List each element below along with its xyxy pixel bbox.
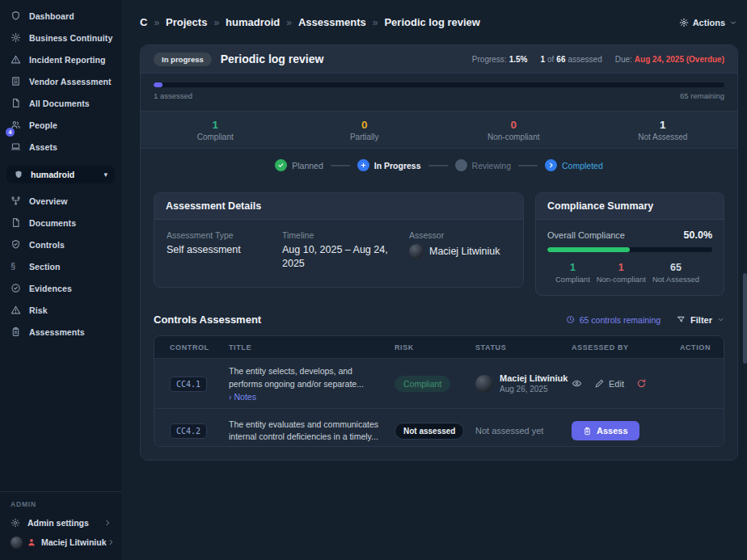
- sidebar-item-label: Assessments: [29, 327, 85, 337]
- sidebar-item-incident-reporting[interactable]: Incident Reporting: [0, 48, 121, 70]
- building-icon: [11, 76, 21, 86]
- sidebar-item-user-menu[interactable]: Maciej Litwiniuk: [0, 533, 121, 552]
- check-icon: [275, 159, 287, 171]
- org-selector[interactable]: humadroid ▾: [6, 166, 115, 183]
- chevron-right-icon: [107, 538, 115, 546]
- sidebar-item-label: Risk: [29, 305, 48, 315]
- clock-icon: [566, 315, 575, 324]
- sidebar-item-label: Incident Reporting: [29, 55, 106, 65]
- chevron-right-icon: [103, 519, 112, 527]
- cards-row: Assessment Details Assessment Type Self …: [141, 181, 737, 296]
- step-connector: [428, 165, 448, 166]
- avatar: [11, 537, 23, 549]
- sidebar-item-controls[interactable]: Controls: [0, 234, 121, 255]
- sidebar: Dashboard Business Continuity Incident R…: [0, 0, 121, 560]
- controls-remaining-link[interactable]: 65 controls remaining: [566, 315, 660, 325]
- breadcrumb-home[interactable]: C: [140, 16, 147, 28]
- view-button[interactable]: [572, 378, 582, 389]
- sidebar-item-assessments[interactable]: Assessments: [0, 321, 121, 343]
- sidebar-item-section[interactable]: § Section: [0, 255, 121, 277]
- gear-icon: [11, 518, 20, 528]
- assessor-name: Maciej Litwiniuk: [429, 245, 500, 259]
- breadcrumb-separator: »: [213, 17, 219, 28]
- chevron-right-icon: ›: [229, 392, 232, 402]
- breadcrumb-projects[interactable]: Projects: [166, 16, 207, 28]
- sidebar-item-assets[interactable]: Assets: [0, 136, 121, 158]
- edit-button[interactable]: Edit: [594, 378, 624, 389]
- step-in-progress: In Progress: [357, 159, 421, 171]
- col-header-risk: RISK: [395, 343, 475, 352]
- document-icon: [11, 217, 21, 228]
- sitemap-icon: [11, 196, 21, 206]
- sidebar-item-label: Dashboard: [29, 11, 74, 21]
- people-icon: 4: [11, 120, 21, 130]
- control-title: The entity evaluates and communicates in…: [229, 419, 395, 443]
- table-row: CC4.1 The entity selects, develops, and …: [154, 358, 724, 408]
- overall-compliance-label: Overall Compliance: [547, 230, 625, 240]
- shield-icon: [11, 11, 21, 21]
- stats-row: 1 Compliant 0 Partially 0 Non-compliant …: [141, 111, 737, 149]
- sidebar-item-business-continuity[interactable]: Business Continuity: [0, 27, 121, 48]
- actions-button[interactable]: Actions: [679, 18, 737, 27]
- section-icon: §: [11, 261, 21, 272]
- sidebar-item-overview[interactable]: Overview: [0, 190, 121, 212]
- field-assessment-type: Assessment Type Self assessment: [167, 230, 282, 271]
- breadcrumb-separator: »: [286, 17, 292, 28]
- clipboard-icon: [583, 427, 592, 436]
- table-header-row: CONTROL TITLE RISK STATUS ASSESSED BY AC…: [154, 336, 724, 358]
- progress-section: 1 assessed 65 remaining: [141, 74, 737, 106]
- field-assessor: Assessor Maciej Litwiniuk: [409, 230, 511, 271]
- sidebar-item-documents[interactable]: Documents: [0, 212, 121, 234]
- actions-button-label: Actions: [693, 18, 725, 27]
- admin-section-label: ADMIN: [0, 499, 121, 513]
- chevron-down-icon: [729, 19, 737, 27]
- due-date-overdue: Aug 24, 2025 (Overdue): [635, 55, 724, 64]
- sidebar-item-label: Overview: [29, 196, 68, 206]
- breadcrumb-humadroid[interactable]: humadroid: [226, 16, 280, 28]
- gear-icon: [679, 18, 689, 27]
- shield-icon: [14, 170, 23, 179]
- sidebar-item-risk[interactable]: Risk: [0, 299, 121, 321]
- breadcrumb-assessments[interactable]: Assessments: [298, 16, 366, 28]
- assess-button[interactable]: Assess: [572, 421, 639, 440]
- page-title: Periodic log review: [221, 53, 324, 65]
- stat-partially: 0 Partially: [290, 119, 440, 141]
- due-meta: Due: Aug 24, 2025 (Overdue): [615, 55, 724, 64]
- avatar: [409, 244, 424, 259]
- table-row: CC4.2 The entity evaluates and communica…: [154, 408, 724, 447]
- step-reviewing: Reviewing: [455, 159, 511, 171]
- pencil-icon: [594, 378, 605, 389]
- shield-check-icon: [11, 239, 21, 250]
- col-header-action: ACTION: [669, 343, 724, 352]
- sidebar-item-label: Assets: [29, 142, 57, 152]
- sidebar-item-vendor-assessment[interactable]: Vendor Assessment: [0, 70, 121, 92]
- refresh-icon: [636, 378, 647, 389]
- card-title: Assessment Details: [166, 200, 261, 212]
- control-id-badge[interactable]: CC4.1: [170, 377, 207, 392]
- summary-stat-non-compliant: 1 Non-compliant: [597, 262, 646, 284]
- summary-stat-compliant: 1 Compliant: [555, 262, 590, 284]
- control-id-badge[interactable]: CC4.2: [170, 423, 207, 439]
- reassess-button[interactable]: [636, 378, 647, 389]
- sidebar-item-dashboard[interactable]: Dashboard: [0, 5, 121, 27]
- card-header: Assessment Details: [154, 193, 523, 220]
- sidebar-item-all-documents[interactable]: All Documents: [0, 92, 121, 114]
- circle-icon: [455, 159, 467, 171]
- risk-badge-compliant: Compliant: [395, 376, 450, 392]
- scrollbar-thumb[interactable]: [743, 273, 747, 364]
- sidebar-item-admin-settings[interactable]: Admin settings: [0, 513, 121, 533]
- filter-button[interactable]: Filter: [677, 315, 724, 325]
- control-title: The entity selects, develops, and perfor…: [229, 365, 395, 389]
- col-header-assessed-by: ASSESSED BY: [572, 343, 669, 352]
- sidebar-item-label: People: [29, 120, 57, 130]
- step-connector: [518, 165, 538, 166]
- controls-assessment-title: Controls Assessment: [154, 314, 261, 326]
- people-count-badge: 4: [6, 128, 15, 137]
- sidebar-item-people[interactable]: 4 People: [0, 114, 121, 136]
- avatar: [475, 375, 493, 393]
- notes-link[interactable]: › Notes: [229, 392, 395, 402]
- compliance-summary-card: Compliance Summary Overall Compliance 50…: [535, 192, 724, 296]
- card-header: Compliance Summary: [536, 193, 724, 220]
- sidebar-item-evidences[interactable]: Evidences: [0, 277, 121, 299]
- assessment-details-card: Assessment Details Assessment Type Self …: [154, 192, 524, 288]
